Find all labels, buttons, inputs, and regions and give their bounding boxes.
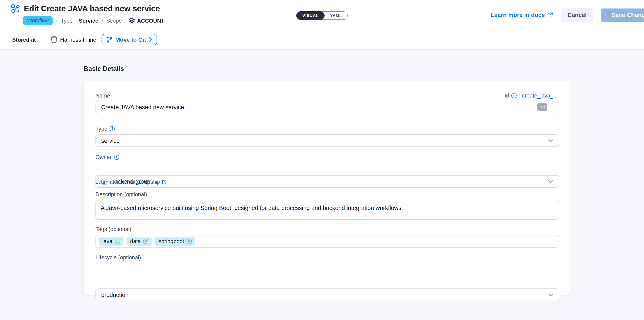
tag-chip-label: data bbox=[130, 238, 141, 244]
store-name: Harness Inline bbox=[60, 36, 96, 43]
entity-id-row: Id i : create_java_... bbox=[505, 93, 558, 99]
info-icon[interactable]: i bbox=[511, 93, 516, 98]
separator-dot bbox=[102, 20, 103, 22]
external-link-icon bbox=[547, 12, 553, 18]
page-header: Edit Create JAVA based new service Workf… bbox=[0, 0, 644, 30]
description-label: Description (optional) bbox=[96, 191, 559, 198]
git-branch-icon bbox=[106, 36, 112, 43]
description-textarea[interactable]: A Java-based microservice built using Sp… bbox=[96, 200, 559, 220]
layers-icon bbox=[128, 17, 135, 24]
header-left-group: Edit Create JAVA based new service Workf… bbox=[11, 4, 164, 25]
header-actions: Learn more in docs Cancel Save Changes bbox=[491, 0, 644, 30]
page-title: Edit Create JAVA based new service bbox=[24, 4, 160, 13]
tags-input[interactable]: java ✕ data ✕ springboot ✕ bbox=[96, 235, 559, 248]
learn-more-docs-label: Learn more in docs bbox=[491, 12, 545, 18]
main-content: Basic Details Name Id i : create_java_..… bbox=[0, 49, 644, 320]
lifecycle-select[interactable]: production bbox=[96, 288, 559, 301]
scope-meta-label: Scope : bbox=[106, 18, 125, 24]
description-wrap: A Java-based microservice built using Sp… bbox=[96, 200, 559, 221]
type-meta-label: Type : bbox=[61, 18, 76, 24]
cancel-button[interactable]: Cancel bbox=[561, 8, 593, 22]
type-value: service bbox=[101, 137, 120, 144]
tag-chip-label: java bbox=[102, 238, 112, 244]
tags-label: Tags (optional) bbox=[96, 226, 559, 232]
tab-visual[interactable]: VISUAL bbox=[296, 11, 325, 20]
separator-dot bbox=[56, 20, 58, 22]
save-changes-button[interactable]: Save Changes bbox=[601, 8, 644, 22]
scope-meta-value: ACCOUNT bbox=[137, 18, 164, 24]
storage-bar: Stored at Harness Inline Move to Git bbox=[0, 30, 644, 49]
lifecycle-field-block: Lifecycle (optional) bbox=[96, 254, 559, 260]
basic-details-card: Name Id i : create_java_... Type i bbox=[84, 80, 570, 295]
chevron-down-icon bbox=[548, 139, 554, 142]
tag-chip-label: springboot bbox=[158, 238, 184, 244]
workflow-badge: Workflow bbox=[23, 16, 52, 25]
app-root: Edit Create JAVA based new service Workf… bbox=[0, 0, 644, 320]
entity-id-link[interactable]: create_java_... bbox=[522, 93, 558, 99]
owner-label: Owner bbox=[96, 154, 112, 160]
move-to-git-button[interactable]: Move to Git bbox=[102, 34, 157, 45]
ownership-link-label: Learn more about ownership bbox=[96, 179, 160, 185]
lifecycle-value: production bbox=[101, 292, 128, 298]
tag-chip: springboot ✕ bbox=[155, 237, 195, 246]
chevron-right-icon bbox=[149, 37, 152, 42]
ownership-link[interactable]: Learn more about ownership bbox=[96, 179, 167, 185]
workflow-icon bbox=[11, 4, 20, 13]
name-input[interactable] bbox=[96, 101, 559, 113]
stored-at-label: Stored at bbox=[12, 36, 36, 43]
inline-store-icon bbox=[50, 36, 57, 43]
name-field-block: Name bbox=[96, 93, 559, 99]
info-icon[interactable]: i bbox=[114, 154, 119, 160]
edit-id-icon[interactable] bbox=[537, 103, 547, 111]
chevron-down-icon bbox=[548, 293, 554, 296]
remove-tag-icon[interactable]: ✕ bbox=[143, 239, 148, 244]
type-select[interactable]: service bbox=[96, 134, 559, 147]
remove-tag-icon[interactable]: ✕ bbox=[186, 239, 192, 244]
id-label: Id bbox=[505, 93, 509, 99]
ownership-link-block: Learn more about ownership bbox=[96, 178, 559, 185]
name-input-wrap bbox=[96, 101, 559, 113]
id-separator: : bbox=[518, 93, 520, 99]
lifecycle-label: Lifecycle (optional) bbox=[96, 254, 559, 260]
type-meta-value: Service bbox=[79, 18, 98, 24]
move-to-git-label: Move to Git bbox=[115, 36, 146, 43]
section-title: Basic Details bbox=[84, 65, 124, 72]
info-icon[interactable]: i bbox=[110, 126, 115, 132]
tags-field-block: Tags (optional) bbox=[96, 226, 559, 232]
type-label: Type bbox=[96, 126, 108, 132]
remove-tag-icon[interactable]: ✕ bbox=[115, 239, 120, 244]
tag-chip: java ✕ bbox=[99, 237, 124, 246]
type-field-block: Type i bbox=[96, 126, 559, 132]
external-link-icon bbox=[162, 180, 167, 184]
learn-more-docs-link[interactable]: Learn more in docs bbox=[491, 12, 553, 18]
owner-field-block: Owner i bbox=[96, 154, 559, 160]
description-field-block: Description (optional) bbox=[96, 191, 559, 198]
visual-yaml-toggle: VISUAL YAML bbox=[296, 11, 348, 20]
tag-chip: data ✕ bbox=[127, 237, 152, 246]
scope-group: ACCOUNT bbox=[128, 17, 164, 24]
tab-yaml[interactable]: YAML bbox=[325, 12, 347, 20]
name-label: Name bbox=[96, 93, 559, 99]
